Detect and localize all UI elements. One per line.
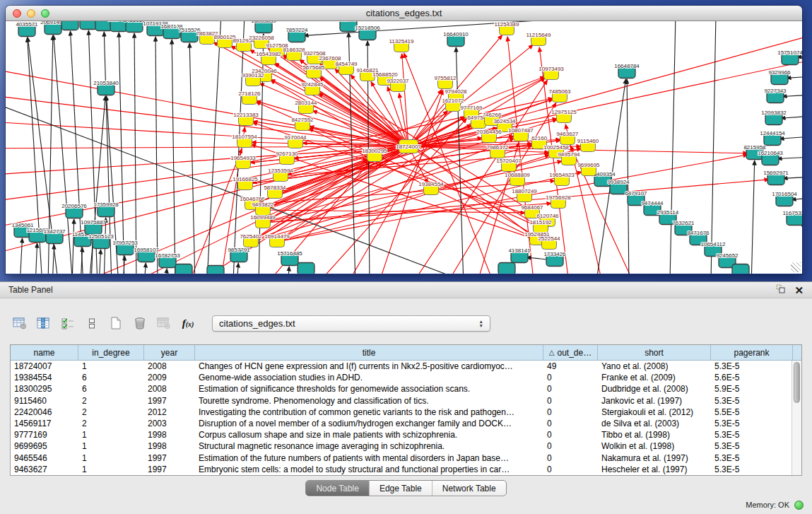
close-button[interactable]: [13, 9, 21, 18]
graph-node[interactable]: 10975887: [81, 219, 106, 235]
table-cell[interactable]: Wolkin et al. (1998): [598, 441, 711, 451]
graph-edge[interactable]: [783, 177, 802, 178]
graph-edge[interactable]: [35, 243, 37, 274]
table-cell[interactable]: Dudbridge et al. (2008): [598, 384, 711, 394]
table-cell[interactable]: Embryonic stem cells: a model to study s…: [195, 465, 543, 474]
zoom-button[interactable]: [41, 9, 49, 18]
column-header-title[interactable]: title: [195, 345, 543, 360]
table-row[interactable]: 946554611997Estimation of the future num…: [11, 452, 801, 464]
table-cell[interactable]: 1: [78, 453, 144, 463]
graph-node[interactable]: [175, 264, 192, 274]
table-cell[interactable]: 5.3E-5: [711, 396, 793, 406]
graph-node[interactable]: 11325419: [389, 38, 415, 52]
table-cell[interactable]: 2008: [144, 384, 195, 394]
table-cell[interactable]: 0: [543, 441, 598, 451]
table-row[interactable]: 1938455462009Genome-wide association stu…: [11, 372, 801, 383]
table-cell[interactable]: 2: [78, 419, 144, 428]
table-cell[interactable]: 2: [78, 396, 144, 406]
table-cell[interactable]: 1: [78, 465, 144, 474]
graph-node[interactable]: 9267130: [276, 151, 298, 165]
graph-node[interactable]: 17016504: [772, 191, 797, 206]
graph-node[interactable]: 9495794: [558, 151, 580, 165]
graph-node[interactable]: 12975125: [551, 109, 577, 123]
graph-node[interactable]: 8454749: [335, 61, 358, 75]
column-header-short[interactable]: short: [598, 345, 711, 360]
graph-edge[interactable]: [283, 54, 548, 221]
graph-node[interactable]: 20206576: [61, 203, 87, 218]
graph-node[interactable]: 1342737: [43, 228, 66, 244]
table-cell[interactable]: Disruption of a novel member of a sodium…: [195, 419, 543, 428]
graph-edge[interactable]: [155, 37, 158, 274]
graph-node[interactable]: 15751074: [777, 49, 802, 65]
graph-node[interactable]: 15692971: [763, 170, 789, 185]
table-cell[interactable]: Hescheler et al. (1997): [598, 465, 711, 474]
table-scrollbar-thumb[interactable]: [794, 362, 800, 403]
table-cell[interactable]: 5.3E-5: [711, 419, 793, 428]
table-cell[interactable]: 22420046: [11, 407, 78, 417]
graph-node[interactable]: 17359928: [93, 201, 119, 217]
table-cell[interactable]: 1997: [144, 465, 195, 474]
graph-node[interactable]: 10688809: [505, 172, 530, 186]
graph-node[interactable]: [732, 264, 749, 274]
table-cell[interactable]: Corpus callosum shape and size in male p…: [195, 430, 543, 440]
resize-grip[interactable]: [791, 262, 801, 272]
tab-network-table[interactable]: Network Table: [432, 481, 506, 496]
table-selector-dropdown[interactable]: citations_edges.txt ▲▼: [212, 315, 490, 332]
table-cell[interactable]: 5.3E-5: [711, 361, 793, 371]
table-cell[interactable]: de Silva et al. (2003): [598, 419, 711, 428]
graph-node[interactable]: 9755812: [434, 75, 457, 89]
graph-node[interactable]: 9857791: [228, 247, 250, 262]
graph-node[interactable]: 11254349: [495, 21, 520, 35]
graph-edge[interactable]: [787, 76, 802, 78]
graph-edge[interactable]: [402, 54, 408, 146]
graph-edge[interactable]: [99, 250, 101, 274]
table-cell[interactable]: 5.6E-5: [711, 373, 793, 382]
table-row[interactable]: 1872400712008Changes of HCN gene express…: [11, 361, 801, 372]
graph-node[interactable]: 9463627: [556, 131, 579, 145]
show-column-button[interactable]: [34, 314, 54, 333]
row-height-button[interactable]: [82, 314, 102, 333]
graph-edge[interactable]: [781, 116, 802, 118]
table-cell[interactable]: 0: [543, 465, 598, 474]
table-row[interactable]: 1830029562008Estimation of significance …: [11, 383, 801, 395]
graph-node[interactable]: 18724007: [396, 140, 421, 153]
table-cell[interactable]: 5.3E-5: [711, 430, 793, 440]
table-cell[interactable]: 18724007: [11, 361, 78, 371]
graph-node[interactable]: 16648784: [614, 63, 640, 78]
graph-node[interactable]: 7625402: [240, 233, 262, 247]
graph-edge[interactable]: [172, 40, 175, 274]
table-cell[interactable]: 5.3E-5: [711, 465, 793, 474]
graph-node[interactable]: 9115460: [577, 138, 599, 152]
table-cell[interactable]: 9465546: [11, 453, 78, 463]
table-cell[interactable]: Tourette syndrome. Phenomenology and cla…: [195, 396, 543, 406]
graph-node[interactable]: 12444154: [760, 130, 785, 146]
table-cell[interactable]: 5.3E-5: [711, 441, 793, 451]
graph-node[interactable]: 8186328: [283, 47, 305, 61]
select-columns-button[interactable]: [58, 314, 78, 333]
table-row[interactable]: 977716911998Corpus callosum shape and si…: [11, 429, 801, 440]
table-row[interactable]: 969969511998Structural magnetic resonanc…: [11, 440, 801, 452]
table-cell[interactable]: 1998: [144, 441, 195, 451]
table-cell[interactable]: 2: [78, 407, 144, 417]
graph-node[interactable]: [207, 266, 224, 274]
network-window-titlebar[interactable]: citations_edges.txt: [6, 6, 802, 21]
graph-node[interactable]: 7857224: [286, 27, 308, 42]
new-document-button[interactable]: [106, 314, 126, 333]
graph-node[interactable]: 9322037: [387, 78, 409, 92]
graph-edge[interactable]: [72, 219, 74, 274]
graph-node[interactable]: [61, 21, 78, 30]
table-cell[interactable]: 1: [78, 430, 144, 440]
graph-node[interactable]: 11675334: [783, 210, 803, 226]
minimize-button[interactable]: [27, 9, 35, 18]
table-cell[interactable]: 1998: [144, 430, 195, 440]
graph-node[interactable]: 21053840: [93, 80, 119, 95]
table-cell[interactable]: Estimation of the future numbers of pati…: [195, 453, 543, 463]
table-cell[interactable]: 5.3E-5: [711, 453, 793, 463]
network-view[interactable]: 4035571206914061065328715279026466161107…: [6, 21, 802, 274]
table-cell[interactable]: 0: [543, 419, 598, 428]
graph-edge[interactable]: [751, 160, 755, 274]
table-cell[interactable]: 18300295: [11, 384, 78, 394]
graph-edge[interactable]: [144, 263, 146, 274]
graph-edge[interactable]: [782, 95, 802, 96]
graph-edge[interactable]: [20, 238, 22, 274]
